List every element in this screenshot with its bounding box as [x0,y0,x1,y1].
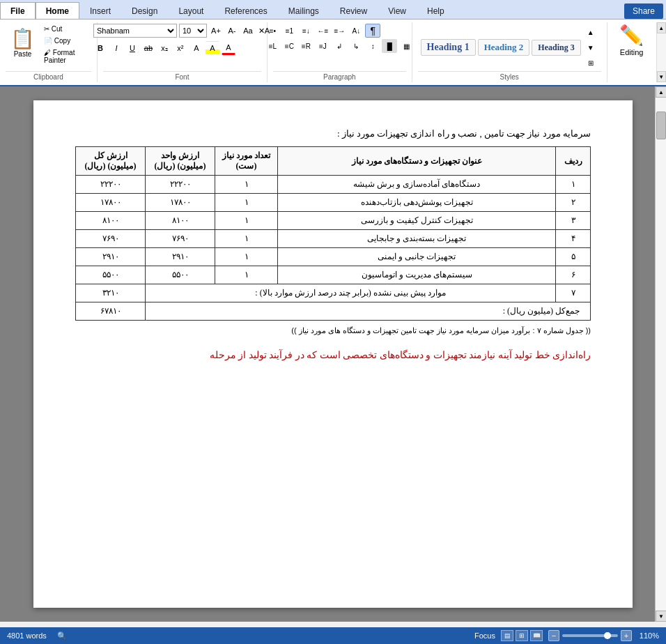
show-formatting-button[interactable]: ¶ [365,24,380,38]
ribbon-scroll-down[interactable]: ▼ [657,71,666,82]
shading-button[interactable]: █ [382,39,397,53]
change-case-button[interactable]: Aa [241,24,255,38]
bold-button[interactable]: B [93,41,107,55]
decrease-indent-button[interactable]: ←≡ [315,24,330,38]
row-name: تجهیزات پوشش‌دهی بازتاب‌دهنده [278,194,556,212]
tab-review[interactable]: Review [330,2,378,19]
paragraph-group: ≡• ≡1 ≡↓ ←≡ ≡→ A↓ ¶ ≡L ≡C ≡R ≡J ↲ ↳ ↕ █ … [268,22,412,82]
tab-view[interactable]: View [378,2,417,19]
scroll-thumb[interactable] [656,112,666,139]
row-unit: ۲۲۲۰۰ [146,176,215,194]
row-count: ۱ [215,230,278,248]
row-count: ۱ [215,194,278,212]
tab-home[interactable]: Home [36,2,79,19]
copy-button[interactable]: 📄 Copy [41,36,91,46]
subscript-button[interactable]: x₂ [157,41,171,55]
ribbon-scrollbar[interactable]: ▲ ▼ [656,22,666,82]
row-unit: ۸۱۰۰ [146,212,215,230]
tab-layout[interactable]: Layout [168,2,214,19]
line-spacing-button[interactable]: ↕ [365,39,380,53]
row-name: موارد پیش بینی نشده (برابر چند درصد ارزش… [146,284,556,302]
heading3-style[interactable]: Heading 3 [532,40,580,56]
zoom-out-button[interactable]: − [548,630,559,641]
paste-button[interactable]: 📋 Paste [6,24,40,61]
paste-icon: 📋 [10,27,35,50]
row-unit: ۵۵۰۰ [146,266,215,284]
superscript-button[interactable]: x² [173,41,187,55]
align-row: ≡L ≡C ≡R ≡J ↲ ↳ ↕ █ ▦ [265,39,414,53]
row-total: ۳۲۱۰ [76,284,146,302]
heading2-style[interactable]: Heading 2 [478,39,530,56]
section-title: سرمایه مورد نیاز جهت تامین , نصب و راه ا… [75,128,591,139]
justify-button[interactable]: ≡J [315,39,330,53]
ltr-button[interactable]: ↳ [348,39,364,53]
underline-button[interactable]: U [125,41,139,55]
styles-group: Heading 1 Heading 2 Heading 3 ▲ ▼ ⊞ Styl… [412,22,607,82]
focus-label[interactable]: Focus [474,631,495,640]
tab-help[interactable]: Help [417,2,455,19]
increase-font-button[interactable]: A+ [209,24,223,38]
scroll-up-arrow[interactable]: ▲ [656,86,666,98]
row-unit: ۷۶۹۰ [146,230,215,248]
font-color-button[interactable]: A [222,41,235,55]
scroll-track[interactable] [656,98,666,611]
tab-mailings[interactable]: Mailings [278,2,330,19]
text-effects-button[interactable]: A [189,41,203,55]
font-family-select[interactable]: Shabnam [93,24,177,38]
cut-button[interactable]: ✂ Cut [41,24,91,34]
status-left: 4801 words 🔍 [7,631,67,641]
italic-button[interactable]: I [109,41,123,55]
table-row: ۴ تجهیزات بسته‌بندی و جابجایی ۱ ۷۶۹۰ ۷۶۹… [76,230,591,248]
read-mode-button[interactable]: 📖 [530,630,543,641]
strikethrough-button[interactable]: ab [141,41,155,55]
row-id: ۷ [556,284,591,302]
share-button[interactable]: Share [624,3,663,19]
zoom-slider-thumb[interactable] [604,632,611,639]
align-center-button[interactable]: ≡C [281,39,297,53]
document-area: سرمایه مورد نیاز جهت تامین , نصب و راه ا… [0,86,666,622]
zoom-slider[interactable] [562,634,618,637]
word-count: 4801 words [7,631,47,640]
bullets-button[interactable]: ≡• [265,24,280,38]
proofing-icon: 🔍 [57,631,67,641]
document-page: سرمایه مورد نیاز جهت تامین , نصب و راه ا… [33,100,633,608]
rtl-button[interactable]: ↲ [332,39,347,53]
align-right-button[interactable]: ≡R [298,39,313,53]
sort-button[interactable]: A↓ [348,24,364,38]
ribbon-scroll-track [657,33,666,71]
tab-insert[interactable]: Insert [79,2,121,19]
heading1-style[interactable]: Heading 1 [421,39,476,56]
table-header-row: ردیف عنوان تجهیزات و دستگاه‌های مورد نیا… [76,147,591,176]
styles-expand[interactable]: ⊞ [583,56,598,70]
row-total: ۸۱۰۰ [76,212,146,230]
editing-icon[interactable]: ✏️ [619,24,644,47]
numbering-button[interactable]: ≡1 [281,24,297,38]
format-painter-button[interactable]: 🖌 Format Painter [41,47,91,66]
ribbon-scroll-up[interactable]: ▲ [657,22,666,33]
row-id: ۶ [556,266,591,284]
scroll-down-arrow[interactable]: ▼ [656,611,666,622]
row-id: ۵ [556,248,591,266]
zoom-in-button[interactable]: + [621,630,632,641]
tab-references[interactable]: References [214,2,277,19]
table-row: ۱ دستگاه‌های آماده‌سازی و برش شیشه ۱ ۲۲۲… [76,176,591,194]
tab-file[interactable]: File [0,2,36,19]
row-count: ۱ [215,248,278,266]
row-name: تجهیزات کنترل کیفیت و بازرسی [278,212,556,230]
styles-scroll-up[interactable]: ▲ [583,25,598,39]
col-header-id: ردیف [556,147,591,176]
align-left-button[interactable]: ≡L [265,39,280,53]
styles-scroll-down[interactable]: ▼ [583,40,598,54]
highlight-button[interactable]: A [206,41,219,55]
tab-design[interactable]: Design [121,2,168,19]
vertical-scrollbar[interactable]: ▲ ▼ [655,86,666,622]
font-size-select[interactable]: 10 [179,24,207,38]
paste-label: Paste [14,50,32,58]
web-layout-button[interactable]: ⊞ [516,630,528,641]
row-total: ۷۶۹۰ [76,230,146,248]
print-layout-button[interactable]: ▤ [501,630,513,641]
highlight-paragraph: راه‌اندازی خط تولید آینه نیازمند تجهیزات… [75,349,591,361]
decrease-font-button[interactable]: A- [225,24,239,38]
multilevel-list-button[interactable]: ≡↓ [298,24,313,38]
increase-indent-button[interactable]: ≡→ [332,24,347,38]
